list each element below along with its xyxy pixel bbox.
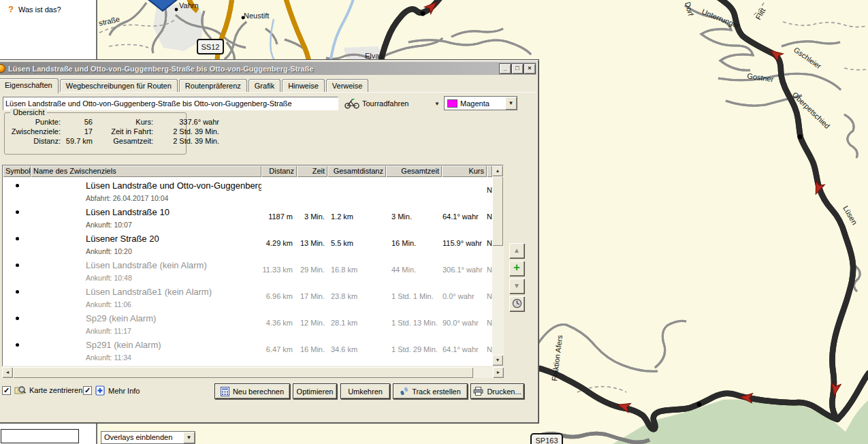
overview-title: Übersicht <box>10 108 47 116</box>
waypoint-dot-icon <box>3 230 31 257</box>
dialog-titlebar[interactable]: Lüsen Landstraße und Otto-von-Guggenberg… <box>0 62 536 75</box>
tab-eigenschaften[interactable]: Eigenschaften <box>0 78 59 93</box>
track-erstellen-button[interactable]: Track erstellen <box>393 383 468 399</box>
drucken-button[interactable]: Drucken... <box>470 383 524 399</box>
time-button[interactable] <box>509 296 524 311</box>
footprints-icon <box>400 387 408 396</box>
map-magnifier-icon <box>14 385 26 395</box>
application-window: Vahrn Neustift Elvas straße Dorf Unterru… <box>0 0 868 444</box>
tab-grafik[interactable]: Grafik <box>248 79 280 92</box>
karte-zentrieren-checkbox[interactable]: ✓ Karte zentrieren <box>2 385 82 395</box>
scroll-up-icon[interactable]: ▲ <box>492 165 503 176</box>
tab-verweise[interactable]: Verweise <box>326 79 369 92</box>
horizontal-scrollbar[interactable]: ◄ ► <box>2 367 504 378</box>
route-name-input[interactable]: Lüsen Landstraße und Otto-von-Guggenberg… <box>3 97 338 110</box>
activity-dropdown[interactable]: Tourradfahren ▼ <box>344 97 440 110</box>
scroll-down-icon[interactable]: ▼ <box>492 355 503 366</box>
calculator-icon <box>221 387 229 396</box>
close-button[interactable]: × <box>524 64 535 74</box>
what-is-this[interactable]: ? Was ist das? <box>8 4 61 14</box>
minimize-button[interactable]: _ <box>500 64 511 74</box>
neu-berechnen-button[interactable]: Neu berechnen <box>214 383 290 399</box>
mehr-info-checkbox[interactable]: ✓ Mehr Info <box>83 385 140 396</box>
zwischenziele-label: Zwischenziele: <box>7 127 61 136</box>
road-shield-sp163: SP163 <box>531 434 562 444</box>
vertical-scrollbar[interactable]: ▲ ▼ <box>492 165 503 366</box>
table-row[interactable]: Lüsener Straße 20 Ankunft: 10:20 4.29 km… <box>3 230 492 257</box>
tab-bar: Eigenschaften Wegbeschreibungen für Rout… <box>0 78 370 92</box>
optimieren-button[interactable]: Optimieren <box>293 383 337 399</box>
map-label-vahrn: Vahrn <box>179 1 199 10</box>
header-zeit[interactable]: Zeit <box>297 165 327 177</box>
overlays-dropdown[interactable]: Overlays einblenden ▼ <box>101 431 195 444</box>
triangle-up-icon: ▲ <box>513 247 520 254</box>
scrollbar-thumb[interactable] <box>492 176 503 246</box>
distanz-value: 59.7 km <box>64 137 93 145</box>
kurs-value: 337.6° wahr <box>157 118 219 126</box>
chevron-down-icon[interactable]: ▼ <box>505 97 517 110</box>
header-distanz[interactable]: Distanz <box>261 165 297 177</box>
overview-groupbox: Übersicht Punkte: 56 Kurs: 337.6° wahr Z… <box>4 112 187 155</box>
color-value: Magenta <box>460 99 505 108</box>
move-up-button[interactable]: ▲ <box>509 243 524 258</box>
header-kurs[interactable]: Kurs <box>442 165 487 177</box>
activity-value: Tourradfahren <box>362 99 432 108</box>
zeit-in-fahrt-value: 2 Std. 39 Min. <box>157 127 219 136</box>
neu-berechnen-label: Neu berechnen <box>233 387 284 396</box>
track-erstellen-label: Track erstellen <box>412 387 461 396</box>
table-row[interactable]: Lüsen Landstraße 10 Ankunft: 10:07 1187 … <box>3 204 492 230</box>
checkbox-checked-icon[interactable]: ✓ <box>83 386 92 395</box>
color-dropdown[interactable]: Magenta ▼ <box>444 96 517 110</box>
waypoint-dot-icon <box>3 177 31 204</box>
waypoint-dot-icon <box>3 257 31 283</box>
plus-icon: + <box>513 261 520 274</box>
scroll-right-icon[interactable]: ► <box>493 367 504 378</box>
waypoint-dot-icon <box>3 204 31 230</box>
table-row[interactable]: Sp291 (kein Alarm) Ankunft: 11:34 6.47 k… <box>3 336 492 363</box>
table-header-row: Symbol Name des Zwischenziels Distanz Ze… <box>3 165 503 177</box>
header-filler <box>487 165 492 177</box>
table-row[interactable]: Sp29 (kein Alarm) Ankunft: 11:17 4.36 km… <box>3 310 492 336</box>
chevron-down-icon[interactable]: ▼ <box>183 432 195 443</box>
punkte-value: 56 <box>64 118 93 126</box>
table-row[interactable]: Lüsen Landstraße und Otto-von-Guggenberg… <box>3 177 492 204</box>
page-plus-icon <box>95 385 105 396</box>
overlays-dropdown-value: Overlays einblenden <box>101 432 183 443</box>
left-panel-field[interactable] <box>1 429 79 443</box>
header-symbol[interactable]: Symbol <box>3 165 31 177</box>
gesamtzeit-value: 2 Std. 39 Min. <box>157 137 219 145</box>
help-question-icon: ? <box>8 4 14 14</box>
umkehren-button[interactable]: Umkehren <box>340 383 390 399</box>
punkte-label: Punkte: <box>7 118 61 126</box>
maximize-button[interactable]: □ <box>512 64 523 74</box>
header-gesamtzeit[interactable]: Gesamtzeit <box>386 165 442 177</box>
dialog-title: Lüsen Landstraße und Otto-von-Guggenberg… <box>8 65 498 73</box>
route-icon <box>0 64 5 73</box>
header-name[interactable]: Name des Zwischenziels <box>31 165 261 177</box>
add-waypoint-button[interactable]: + <box>509 261 524 276</box>
table-body: Lüsen Landstraße und Otto-von-Guggenberg… <box>3 177 492 366</box>
route-properties-dialog: Lüsen Landstraße und Otto-von-Guggenberg… <box>0 60 539 423</box>
move-down-button[interactable]: ▼ <box>509 279 524 294</box>
optimieren-label: Optimieren <box>297 387 334 396</box>
mehr-info-label: Mehr Info <box>108 387 140 395</box>
map-label-elvas: Elvas <box>365 52 383 60</box>
waypoint-dot-icon <box>3 283 31 310</box>
tab-hinweise[interactable]: Hinweise <box>282 79 325 92</box>
printer-icon <box>473 387 483 396</box>
tab-wegbeschreibungen[interactable]: Wegbeschreibungen für Routen <box>60 79 178 92</box>
triangle-down-icon: ▼ <box>513 282 520 289</box>
clock-icon <box>512 298 522 308</box>
checkbox-checked-icon[interactable]: ✓ <box>2 386 11 395</box>
table-row[interactable]: Lüsen Landstraße (kein Alarm) Ankunft: 1… <box>3 257 492 283</box>
waypoint-dot-icon <box>3 310 31 336</box>
scrollbar-thumb[interactable] <box>13 367 473 378</box>
zeit-in-fahrt-label: Zeit in Fahrt: <box>96 127 153 136</box>
scroll-left-icon[interactable]: ◄ <box>2 367 13 378</box>
road-shield-ss12: SS12 <box>197 39 223 54</box>
svg-text:SP163: SP163 <box>535 437 558 444</box>
table-row[interactable]: Lüsen Landstraße1 (kein Alarm) Ankunft: … <box>3 283 492 310</box>
tab-separator <box>0 92 536 93</box>
tab-routenpraeferenz[interactable]: Routenpräferenz <box>179 79 247 92</box>
header-gesamtdistanz[interactable]: Gesamtdistanz <box>327 165 386 177</box>
